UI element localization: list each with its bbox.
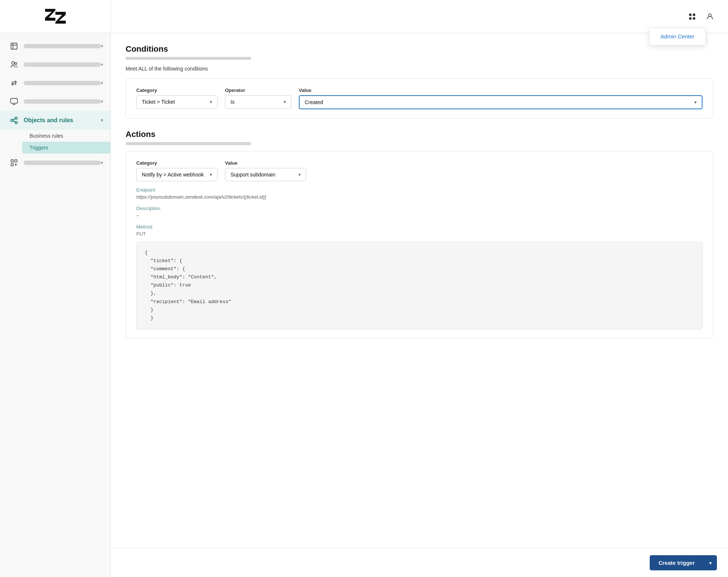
arrows-icon bbox=[7, 79, 21, 87]
chevron-icon: ▾ bbox=[101, 160, 103, 165]
conditions-value-label: Value bbox=[299, 87, 703, 93]
conditions-operator-group: Operator Is ▾ bbox=[225, 87, 291, 109]
conditions-category-label: Category bbox=[136, 87, 218, 93]
create-trigger-dropdown-button[interactable]: ▾ bbox=[704, 555, 717, 570]
conditions-bar bbox=[126, 57, 251, 60]
svg-rect-7 bbox=[11, 99, 17, 103]
content-area: Conditions Meet ALL of the following con… bbox=[111, 33, 728, 577]
actions-value-group: Value Support subdomain ▾ bbox=[225, 160, 306, 181]
chevron-icon: ▾ bbox=[101, 44, 103, 49]
conditions-operator-label: Operator bbox=[225, 87, 291, 93]
chevron-down-icon: ▾ bbox=[284, 99, 286, 104]
sidebar-item-objects-rules[interactable]: Objects and rules ▾ bbox=[0, 111, 110, 130]
endpoint-label: Endpoint bbox=[136, 187, 703, 193]
nav-label-placeholder bbox=[24, 62, 101, 67]
conditions-card: Category Ticket > Ticket ▾ Operator Is ▾… bbox=[126, 78, 713, 119]
nav-label-placeholder bbox=[24, 99, 101, 104]
bottom-bar: Create trigger ▾ bbox=[111, 548, 728, 577]
monitor-icon bbox=[7, 97, 21, 106]
nav-label-placeholder bbox=[24, 161, 101, 165]
endpoint-row: Endpoint https://yoursubdomain.zendesk.c… bbox=[136, 187, 703, 200]
conditions-operator-select[interactable]: Is ▾ bbox=[225, 95, 291, 109]
endpoint-value: https://yoursubdomain.zendesk.com/api/v2… bbox=[136, 194, 703, 200]
svg-point-12 bbox=[15, 117, 17, 119]
sub-navigation: Business rules Triggers bbox=[0, 130, 110, 154]
chevron-down-icon: ▾ bbox=[298, 172, 301, 177]
zendesk-logo bbox=[41, 7, 70, 26]
chevron-icon: ▾ bbox=[101, 99, 103, 104]
chevron-icon: ▾ bbox=[101, 80, 103, 86]
actions-category-group: Category Notify by > Active webhook ▾ bbox=[136, 160, 218, 181]
svg-line-15 bbox=[13, 121, 15, 122]
svg-rect-24 bbox=[693, 17, 695, 19]
sidebar-item-buildings[interactable]: ▾ bbox=[0, 37, 110, 55]
method-value: PUT bbox=[136, 231, 703, 237]
admin-center-link[interactable]: Admin Center bbox=[660, 33, 694, 40]
logo-container bbox=[0, 0, 110, 33]
svg-point-10 bbox=[14, 104, 14, 104]
svg-rect-0 bbox=[11, 43, 17, 49]
actions-value-label: Value bbox=[225, 160, 306, 166]
create-trigger-button[interactable]: Create trigger bbox=[650, 555, 704, 570]
actions-card: Category Notify by > Active webhook ▾ Va… bbox=[126, 151, 713, 339]
svg-rect-17 bbox=[15, 160, 17, 162]
description-row: Description – bbox=[136, 206, 703, 218]
chevron-icon: ▾ bbox=[101, 118, 103, 123]
conditions-field-row: Category Ticket > Ticket ▾ Operator Is ▾… bbox=[136, 87, 703, 109]
chevron-down-icon: ▾ bbox=[694, 100, 697, 105]
nav-label-placeholder bbox=[24, 44, 101, 48]
buildings-icon bbox=[7, 42, 21, 50]
method-label: Method bbox=[136, 224, 703, 230]
svg-rect-21 bbox=[689, 13, 691, 16]
actions-title: Actions bbox=[126, 130, 713, 139]
sidebar-item-business-rules[interactable]: Business rules bbox=[22, 130, 110, 142]
apps-icon bbox=[7, 159, 21, 167]
svg-point-13 bbox=[15, 121, 17, 124]
actions-value-select[interactable]: Support subdomain ▾ bbox=[225, 168, 306, 181]
actions-field-row: Category Notify by > Active webhook ▾ Va… bbox=[136, 160, 703, 181]
actions-category-select[interactable]: Notify by > Active webhook ▾ bbox=[136, 168, 218, 181]
sidebar-item-monitor[interactable]: ▾ bbox=[0, 92, 110, 111]
sidebar-item-people[interactable]: ▾ bbox=[0, 55, 110, 74]
user-icon[interactable] bbox=[703, 10, 717, 24]
actions-category-label: Category bbox=[136, 160, 218, 166]
conditions-subtitle: Meet ALL of the following conditions bbox=[126, 66, 713, 72]
svg-line-14 bbox=[13, 119, 15, 120]
conditions-category-select[interactable]: Ticket > Ticket ▾ bbox=[136, 95, 218, 109]
chevron-icon: ▾ bbox=[101, 62, 103, 67]
chevron-down-icon: ▾ bbox=[210, 172, 212, 177]
sidebar: ▾ ▾ ▾ bbox=[0, 0, 111, 577]
svg-point-4 bbox=[15, 63, 17, 65]
sidebar-navigation: ▾ ▾ ▾ bbox=[0, 33, 110, 577]
svg-rect-18 bbox=[11, 164, 13, 166]
conditions-title: Conditions bbox=[126, 44, 713, 54]
chevron-down-icon: ▾ bbox=[210, 99, 212, 104]
nav-label-placeholder bbox=[24, 81, 101, 85]
sidebar-item-flows[interactable]: ▾ bbox=[0, 74, 110, 92]
svg-rect-16 bbox=[11, 160, 13, 162]
description-label: Description bbox=[136, 206, 703, 211]
objects-rules-icon bbox=[7, 116, 21, 125]
svg-point-3 bbox=[12, 62, 14, 64]
svg-rect-22 bbox=[693, 13, 695, 16]
svg-point-11 bbox=[11, 119, 13, 121]
chevron-down-icon: ▾ bbox=[709, 560, 712, 566]
people-icon bbox=[7, 61, 21, 69]
topbar: Admin Center bbox=[111, 0, 728, 33]
conditions-value-group: Value Created ▾ bbox=[299, 87, 703, 109]
conditions-category-group: Category Ticket > Ticket ▾ bbox=[136, 87, 218, 109]
actions-bar bbox=[126, 142, 251, 145]
sidebar-item-triggers[interactable]: Triggers bbox=[22, 142, 110, 154]
main-content: Admin Center Conditions Meet ALL of the … bbox=[111, 0, 728, 577]
svg-rect-23 bbox=[689, 17, 691, 19]
sidebar-item-label: Objects and rules bbox=[24, 117, 73, 124]
description-value: – bbox=[136, 213, 703, 218]
sidebar-item-apps[interactable]: ▾ bbox=[0, 154, 110, 172]
conditions-value-select[interactable]: Created ▾ bbox=[299, 95, 703, 109]
code-block: { "ticket": { "comment": { "html_body": … bbox=[136, 242, 703, 329]
method-row: Method PUT bbox=[136, 224, 703, 237]
grid-icon[interactable] bbox=[685, 10, 699, 24]
admin-center-dropdown: Admin Center bbox=[649, 28, 706, 45]
